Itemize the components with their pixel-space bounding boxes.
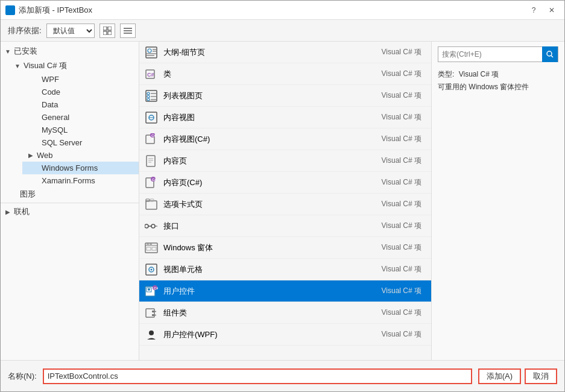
svg-rect-59 bbox=[152, 314, 154, 316]
center-panel: 大纲-细节页 Visual C# 项 C# 类 Visual bbox=[139, 42, 432, 360]
list-item[interactable]: 用户控件(WPF) Visual C# 项 bbox=[139, 324, 431, 346]
dialog-window: 添加新项 - IPTextBox ? ✕ 排序依据: 默认值 bbox=[0, 0, 565, 392]
sidebar-item-web[interactable]: ▶ Web bbox=[22, 149, 139, 162]
list-item[interactable]: 大纲-细节页 Visual C# 项 bbox=[139, 42, 431, 63]
item-name: 列表视图页 bbox=[163, 90, 378, 101]
add-button[interactable]: 添加(A) bbox=[478, 368, 521, 384]
app-icon bbox=[5, 5, 15, 15]
svg-point-62 bbox=[149, 330, 154, 335]
sidebar-item-code[interactable]: Code bbox=[22, 86, 139, 98]
view-cell-icon bbox=[145, 263, 158, 276]
item-type: Visual C# 项 bbox=[378, 329, 426, 340]
item-name: 内容页(C#) bbox=[163, 177, 378, 188]
list-item[interactable]: 视图单元格 Visual C# 项 bbox=[139, 259, 431, 280]
user-wpf-icon bbox=[145, 328, 158, 341]
divider bbox=[1, 203, 139, 203]
sidebar-item-wpf[interactable]: WPF bbox=[22, 73, 139, 86]
list-item[interactable]: C# 内容页(C#) Visual C# 项 bbox=[139, 172, 431, 194]
sidebar-item-sqlserver[interactable]: SQL Server bbox=[22, 136, 139, 149]
visual-csharp-section: ▼ Visual C# 项 WPF Code Data General MySQ… bbox=[1, 58, 139, 187]
svg-rect-47 bbox=[147, 247, 151, 250]
title-bar-controls: ? ✕ bbox=[526, 4, 560, 17]
class-icon-wrapper: C# bbox=[145, 68, 158, 81]
svg-point-56 bbox=[148, 288, 150, 291]
visual-csharp-label: Visual C# 项 bbox=[24, 60, 67, 71]
list-item[interactable]: 内容视图 Visual C# 项 bbox=[139, 107, 431, 128]
visual-csharp-header[interactable]: ▼ Visual C# 项 bbox=[10, 58, 139, 73]
item-icon bbox=[144, 262, 159, 277]
online-label: 联机 bbox=[14, 206, 30, 217]
sidebar-item-windowsforms[interactable]: Windows Forms bbox=[22, 162, 139, 174]
item-type: Visual C# 项 bbox=[378, 177, 426, 188]
sort-select[interactable]: 默认值 bbox=[46, 24, 95, 38]
grid-view-button[interactable] bbox=[99, 24, 115, 38]
svg-rect-7 bbox=[146, 47, 157, 58]
desc-value: 可重用的 Windows 窗体控件 bbox=[438, 82, 558, 92]
online-section[interactable]: ▶ 联机 bbox=[1, 204, 139, 219]
svg-point-41 bbox=[151, 224, 155, 228]
list-view-button[interactable] bbox=[120, 24, 136, 38]
close-button[interactable]: ✕ bbox=[544, 4, 560, 17]
item-name: 接口 bbox=[163, 221, 378, 232]
tab-page-icon bbox=[145, 198, 158, 211]
sidebar-item-data[interactable]: Data bbox=[22, 98, 139, 111]
svg-rect-0 bbox=[103, 27, 107, 30]
sidebar-item-graphics[interactable]: 图形 bbox=[1, 187, 139, 201]
search-box bbox=[438, 46, 558, 62]
item-icon bbox=[144, 45, 159, 60]
item-type: Visual C# 项 bbox=[378, 221, 426, 231]
svg-rect-36 bbox=[146, 201, 157, 209]
svg-rect-58 bbox=[152, 311, 154, 312]
item-icon bbox=[144, 197, 159, 212]
list-item[interactable]: 内容页 Visual C# 项 bbox=[139, 150, 431, 172]
item-icon bbox=[144, 154, 159, 168]
item-icon bbox=[144, 89, 159, 103]
component-icon bbox=[145, 306, 158, 320]
svg-point-17 bbox=[147, 92, 150, 95]
outline-detail-icon bbox=[145, 46, 158, 59]
item-name: 视图单元格 bbox=[163, 264, 378, 275]
dialog-title: 添加新项 - IPTextBox bbox=[19, 5, 92, 16]
installed-arrow: ▼ bbox=[4, 48, 11, 55]
web-label: Web bbox=[37, 151, 53, 160]
class-icon: C# bbox=[145, 68, 157, 80]
title-bar-left: 添加新项 - IPTextBox bbox=[5, 5, 92, 16]
svg-rect-2 bbox=[103, 31, 107, 35]
item-list: 大纲-细节页 Visual C# 项 C# 类 Visual bbox=[139, 42, 431, 346]
name-input[interactable] bbox=[43, 368, 472, 384]
name-label: 名称(N): bbox=[8, 371, 37, 382]
list-icon bbox=[124, 27, 132, 35]
item-icon bbox=[144, 306, 159, 320]
svg-text:C#: C# bbox=[147, 72, 154, 78]
cancel-button[interactable]: 取消 bbox=[525, 368, 557, 384]
visual-csharp-arrow: ▼ bbox=[14, 63, 21, 69]
search-button[interactable] bbox=[542, 46, 558, 62]
list-item[interactable]: Windows 窗体 Visual C# 项 bbox=[139, 237, 431, 259]
item-name: 选项卡式页 bbox=[163, 199, 378, 210]
list-item[interactable]: 组件类 Visual C# 项 bbox=[139, 302, 431, 324]
help-button[interactable]: ? bbox=[526, 4, 541, 17]
list-item[interactable]: C# 类 Visual C# 项 bbox=[139, 63, 431, 85]
list-item[interactable]: 列表视图页 Visual C# 项 bbox=[139, 85, 431, 107]
svg-rect-48 bbox=[152, 247, 156, 250]
list-item[interactable]: C# 内容视图(C#) Visual C# 项 bbox=[139, 128, 431, 150]
sort-label: 排序依据: bbox=[8, 25, 42, 36]
svg-text:C#: C# bbox=[154, 286, 158, 290]
item-name: Windows 窗体 bbox=[163, 242, 378, 253]
cs-icon-wrapper: C# bbox=[145, 133, 158, 146]
svg-rect-1 bbox=[108, 27, 112, 30]
item-name: 组件类 bbox=[163, 308, 378, 318]
svg-rect-46 bbox=[150, 244, 152, 245]
search-input[interactable] bbox=[438, 50, 542, 58]
item-type: Visual C# 项 bbox=[378, 112, 426, 122]
list-item-user-control[interactable]: C# 用户控件 Visual C# 项 bbox=[139, 280, 431, 302]
list-item[interactable]: 接口 Visual C# 项 bbox=[139, 215, 431, 237]
item-type: Visual C# 项 bbox=[378, 69, 426, 79]
sidebar-item-xamarinforms[interactable]: Xamarin.Forms bbox=[22, 174, 139, 187]
user-control-icon: C# bbox=[145, 285, 158, 298]
sidebar-item-mysql[interactable]: MySQL bbox=[22, 124, 139, 136]
list-item[interactable]: 选项卡式页 Visual C# 项 bbox=[139, 194, 431, 215]
sidebar-item-general[interactable]: General bbox=[22, 111, 139, 124]
installed-section[interactable]: ▼ 已安装 bbox=[1, 44, 139, 58]
bottom-bar: 名称(N): 添加(A) 取消 bbox=[1, 360, 564, 391]
